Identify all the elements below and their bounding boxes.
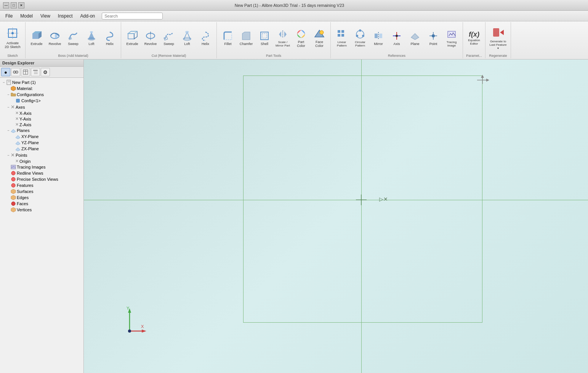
menu-model[interactable]: Model	[16, 12, 37, 20]
features-icon	[11, 183, 16, 188]
sweep-cut-label: Sweep	[163, 42, 174, 46]
tree-item-tracing-images[interactable]: Tracing Images	[0, 164, 83, 170]
tree-item-xy-plane[interactable]: XY-Plane	[0, 133, 83, 140]
svg-marker-24	[279, 31, 281, 37]
axis-button[interactable]: Axis	[388, 25, 405, 51]
tree-item-edges[interactable]: Edges	[0, 195, 83, 201]
part-color-button[interactable]: Part Color	[292, 25, 310, 51]
loft-cut-button[interactable]: Loft	[178, 25, 196, 51]
axes-icon: ✕	[11, 104, 15, 110]
sidebar-link-button[interactable]	[11, 68, 20, 76]
window-controls[interactable]: — □ ✕	[3, 2, 24, 8]
sweep-boss-icon	[68, 31, 79, 42]
tree-item-config1[interactable]: Config<1>	[0, 98, 83, 104]
extrude-boss-label: Extrude	[30, 42, 42, 46]
maximize-button[interactable]: □	[11, 2, 17, 8]
extrude-cut-button[interactable]: Extrude	[123, 25, 141, 51]
tree-item-vertices[interactable]: Vertices	[0, 207, 83, 213]
tree-item-x-axis[interactable]: ✕ X-Axis	[0, 110, 83, 116]
plane-button[interactable]: Plane	[406, 25, 424, 51]
menu-view[interactable]: View	[37, 12, 54, 20]
part-plane-rect	[243, 76, 482, 323]
tree-item-features[interactable]: Features	[0, 182, 83, 188]
scale-mirror-button[interactable]: Scale /Mirror Part	[274, 25, 292, 51]
sidebar-tree-button[interactable]	[31, 68, 40, 76]
point-button[interactable]: Point	[425, 25, 442, 51]
toolbar-section-references: LinearPattern Circular Pattern Mirror Ax…	[331, 22, 463, 58]
activate-sketch-button[interactable]: Activate2D Sketch	[2, 25, 23, 51]
loft-boss-icon	[86, 31, 97, 42]
tree-item-configurations[interactable]: − Configurations	[0, 92, 83, 98]
menu-addon[interactable]: Add-on	[77, 12, 99, 20]
section-regenerate-label: Regenerate	[489, 54, 507, 58]
tree-item-new-part[interactable]: − New Part (1)	[0, 79, 83, 85]
tree-item-yz-plane[interactable]: YZ-Plane	[0, 140, 83, 146]
fillet-icon	[223, 31, 233, 42]
tree-item-y-axis[interactable]: ✕ Y-Axis	[0, 116, 83, 122]
section-params-label: Paramet...	[466, 54, 482, 58]
tree-item-origin[interactable]: ✕ Origin	[0, 158, 83, 164]
svg-point-43	[396, 35, 398, 37]
tree-item-material[interactable]: Material:	[0, 85, 83, 92]
helix-boss-button[interactable]: Helix	[101, 25, 119, 51]
mirror-button[interactable]: Mirror	[370, 25, 387, 51]
tree-item-faces[interactable]: Faces	[0, 201, 83, 207]
close-button[interactable]: ✕	[18, 2, 24, 8]
svg-rect-38	[375, 34, 378, 38]
tree-item-zx-plane[interactable]: ZX-Plane	[0, 146, 83, 152]
loft-boss-button[interactable]: Loft	[83, 25, 100, 51]
toolbar-section-regenerate: Generate toLast Feature ▾ Regenerate	[485, 22, 511, 58]
tree-item-planes[interactable]: − Planes	[0, 127, 83, 133]
svg-point-11	[90, 31, 93, 33]
svg-marker-89	[142, 330, 146, 333]
svg-point-37	[356, 35, 358, 37]
face-color-button[interactable]: Face Color	[311, 25, 328, 51]
menu-file[interactable]: File	[2, 12, 16, 20]
revolve-cut-icon	[145, 31, 156, 42]
tree-item-z-axis[interactable]: ✕ Z-Axis	[0, 122, 83, 127]
sidebar-table-button[interactable]	[21, 68, 30, 76]
revolve-cut-button[interactable]: Revolve	[142, 25, 159, 51]
search-input[interactable]	[102, 13, 163, 19]
equation-editor-button[interactable]: f(x) EquationEditor	[465, 25, 483, 51]
sweep-boss-button[interactable]: Sweep	[64, 25, 82, 51]
tree-label-tracing-images: Tracing Images	[17, 165, 45, 169]
menu-inspect[interactable]: Inspect	[54, 12, 77, 20]
coordinate-indicator: X Y	[118, 304, 149, 335]
tree-toggle-planes[interactable]: −	[6, 129, 11, 132]
sidebar-settings-button[interactable]: ⚙	[41, 68, 50, 76]
revolve-boss-label: Revolve	[49, 42, 61, 46]
helix-cut-button[interactable]: Helix	[197, 25, 214, 51]
tree-toggle-axes[interactable]: −	[6, 105, 11, 109]
viewport[interactable]: ▷✕ X Y	[84, 59, 588, 373]
zx-plane-icon	[15, 146, 21, 151]
tree-toggle-configurations[interactable]: −	[6, 93, 11, 96]
chamfer-button[interactable]: Chamfer	[237, 25, 255, 51]
tree-toggle-new-part[interactable]: −	[2, 80, 6, 84]
toolbar-section-cut: Extrude Revolve Sweep Loft	[121, 22, 217, 58]
tracing-image-button[interactable]: TracingImage	[443, 25, 460, 51]
svg-rect-30	[338, 30, 340, 33]
shell-button[interactable]: Shell	[256, 25, 273, 51]
tree-item-redline-views[interactable]: Redline Views	[0, 170, 83, 176]
revolve-boss-button[interactable]: Revolve	[46, 25, 64, 51]
minimize-button[interactable]: —	[3, 2, 9, 8]
fillet-button[interactable]: Fillet	[219, 25, 237, 51]
tree-toggle-points[interactable]: −	[6, 153, 11, 157]
extrude-boss-button[interactable]: Extrude	[28, 25, 45, 51]
sidebar-sphere-button[interactable]: ●	[1, 68, 10, 76]
origin-cross-mark	[356, 195, 367, 206]
section-boss-label: Boss (Add Material)	[58, 54, 88, 58]
equation-editor-icon: f(x)	[469, 31, 479, 39]
svg-point-3	[11, 32, 14, 34]
tree-item-precise-section-views[interactable]: Precise Section Views	[0, 176, 83, 182]
svg-rect-61	[34, 72, 38, 72]
tree-item-axes[interactable]: − ✕ Axes	[0, 104, 83, 110]
tree-item-points[interactable]: − ✕ Points	[0, 152, 83, 158]
linear-pattern-button[interactable]: LinearPattern	[333, 25, 351, 51]
material-icon	[11, 86, 16, 91]
tree-item-surfaces[interactable]: Surfaces	[0, 188, 83, 195]
circular-pattern-button[interactable]: Circular Pattern	[351, 25, 369, 51]
sweep-cut-button[interactable]: Sweep	[160, 25, 178, 51]
generate-to-last-button[interactable]: Generate toLast Feature ▾	[488, 25, 508, 51]
